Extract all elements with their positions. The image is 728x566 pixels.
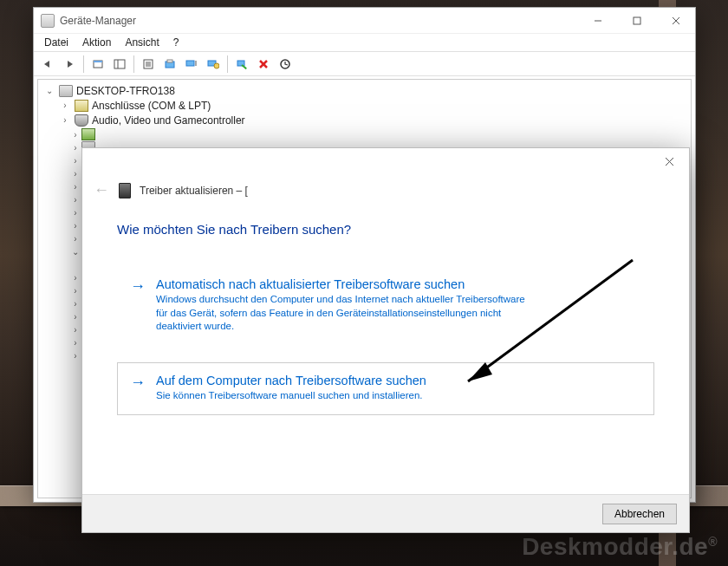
minimize-button[interactable]	[578, 8, 617, 33]
svg-rect-13	[167, 60, 172, 62]
svg-rect-1	[634, 17, 640, 24]
arrow-right-icon: →	[130, 374, 146, 390]
dialog-footer: Abbrechen	[82, 494, 689, 532]
option-auto-search[interactable]: → Automatisch nach aktualisierter Treibe…	[117, 266, 654, 347]
watermark-text: Deskmodder.de®	[522, 533, 718, 561]
toolbar-panes-icon[interactable]	[109, 55, 130, 74]
option-title: Automatisch nach aktualisierter Treibers…	[156, 277, 537, 291]
ports-icon	[75, 100, 88, 112]
window-title: Geräte-Manager	[60, 15, 578, 27]
maximize-button[interactable]	[617, 8, 656, 33]
expander-icon[interactable]: ›	[59, 115, 71, 125]
toolbar	[34, 52, 695, 76]
update-driver-dialog: ← Treiber aktualisieren – [ Wie möchten …	[81, 147, 690, 533]
toolbar-refresh-icon[interactable]	[159, 55, 180, 74]
close-button[interactable]	[656, 8, 695, 33]
root-label: DESKTOP-TFRO138	[76, 85, 175, 97]
toolbar-back-icon[interactable]	[37, 55, 58, 74]
tree-item-ports[interactable]: › Anschlüsse (COM & LPT)	[38, 98, 691, 113]
expander-icon[interactable]: ⌄	[43, 86, 55, 95]
back-arrow-icon: ←	[93, 181, 110, 199]
computer-icon	[59, 85, 73, 97]
svg-rect-20	[237, 61, 244, 66]
menu-help[interactable]: ?	[166, 35, 186, 50]
expander-icon[interactable]: ›	[59, 101, 71, 110]
cancel-button[interactable]: Abbrechen	[602, 504, 677, 524]
menu-view[interactable]: Ansicht	[118, 35, 166, 50]
toolbar-monitor-list-icon[interactable]	[181, 55, 202, 74]
toolbar-up-icon[interactable]	[88, 55, 108, 74]
option-desc: Windows durchsucht den Computer und das …	[156, 293, 537, 334]
toolbar-monitor-config-icon[interactable]	[203, 55, 224, 74]
item-label: Anschlüsse (COM & LPT)	[92, 100, 211, 112]
battery-icon	[81, 128, 95, 140]
toolbar-enable-icon[interactable]	[275, 55, 296, 74]
app-icon	[41, 14, 55, 28]
toolbar-scan-icon[interactable]	[231, 55, 252, 74]
option-browse-computer[interactable]: → Auf dem Computer nach Treibersoftware …	[117, 362, 654, 416]
toolbar-uninstall-icon[interactable]	[253, 55, 274, 74]
svg-rect-5	[94, 61, 102, 62]
arrow-right-icon: →	[130, 277, 146, 294]
item-label: Audio, Video und Gamecontroller	[92, 114, 245, 127]
toolbar-properties-icon[interactable]	[138, 55, 159, 74]
dialog-crumb: Treiber aktualisieren – [	[140, 185, 248, 197]
tree-root[interactable]: ⌄ DESKTOP-TFRO138	[38, 83, 691, 98]
audio-icon	[75, 114, 88, 127]
dialog-question: Wie möchten Sie nach Treibern suchen?	[117, 222, 654, 237]
titlebar[interactable]: Geräte-Manager	[34, 8, 695, 34]
option-desc: Sie können Treibersoftware manuell suche…	[156, 389, 426, 403]
menubar: Datei Aktion Ansicht ?	[34, 34, 695, 52]
svg-rect-6	[114, 60, 125, 68]
svg-point-19	[214, 63, 219, 68]
menu-action[interactable]: Aktion	[75, 35, 118, 50]
menu-file[interactable]: Datei	[37, 35, 75, 50]
toolbar-forward-icon[interactable]	[59, 55, 80, 74]
option-title: Auf dem Computer nach Treibersoftware su…	[156, 374, 426, 387]
device-icon	[119, 183, 131, 198]
tree-item-audio[interactable]: › Audio, Video und Gamecontroller	[38, 113, 691, 127]
svg-rect-14	[186, 61, 194, 66]
dialog-header: ← Treiber aktualisieren – [	[93, 181, 654, 199]
